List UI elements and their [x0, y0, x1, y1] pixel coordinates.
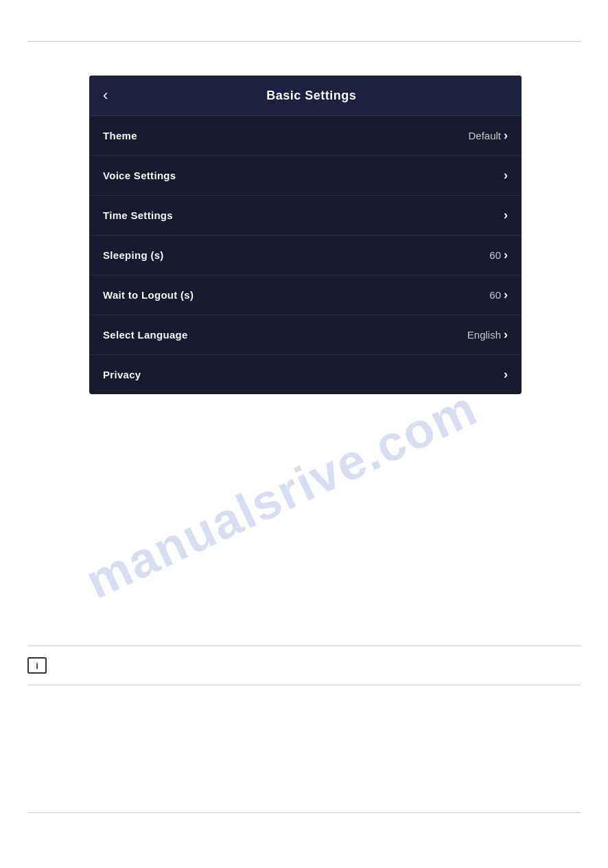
chevron-icon-time-settings: ›: [504, 208, 508, 222]
menu-item-sleeping-right: 60 ›: [489, 248, 508, 262]
chevron-icon-select-language: ›: [504, 328, 508, 342]
menu-item-select-language-value: English: [467, 329, 501, 341]
back-button[interactable]: ‹: [103, 88, 108, 103]
menu-item-privacy[interactable]: Privacy ›: [89, 355, 522, 394]
chevron-icon-theme: ›: [504, 128, 508, 143]
chevron-icon-sleeping: ›: [504, 248, 508, 262]
menu-item-privacy-label: Privacy: [103, 369, 141, 380]
device-screen: ‹ Basic Settings Theme Default › Voice S…: [89, 76, 522, 394]
watermark-text: manualsrive.com: [77, 379, 485, 610]
menu-item-sleeping[interactable]: Sleeping (s) 60 ›: [89, 236, 522, 275]
menu-item-theme-value: Default: [468, 130, 501, 141]
info-divider-top: [27, 646, 581, 646]
watermark: manualsrive.com: [110, 391, 453, 597]
menu-item-time-settings[interactable]: Time Settings ›: [89, 196, 522, 236]
menu-list: Theme Default › Voice Settings › Time Se…: [89, 116, 522, 394]
menu-item-theme-label: Theme: [103, 130, 137, 141]
chevron-icon-voice-settings: ›: [504, 168, 508, 183]
menu-item-time-settings-right: ›: [501, 208, 508, 222]
menu-item-sleeping-value: 60: [489, 249, 501, 261]
screen-title: Basic Settings: [115, 89, 508, 103]
bottom-divider: [27, 812, 581, 813]
menu-item-wait-to-logout[interactable]: Wait to Logout (s) 60 ›: [89, 275, 522, 315]
menu-item-select-language[interactable]: Select Language English ›: [89, 315, 522, 355]
info-box: i: [27, 654, 581, 676]
info-icon: i: [27, 657, 47, 674]
screen-header: ‹ Basic Settings: [89, 76, 522, 116]
menu-item-theme[interactable]: Theme Default ›: [89, 116, 522, 156]
menu-item-voice-settings-right: ›: [501, 168, 508, 183]
info-divider-bottom: [27, 685, 581, 685]
info-section: i: [27, 646, 581, 685]
menu-item-privacy-right: ›: [501, 367, 508, 382]
chevron-icon-privacy: ›: [504, 367, 508, 382]
menu-item-time-settings-label: Time Settings: [103, 209, 173, 221]
menu-item-wait-to-logout-label: Wait to Logout (s): [103, 289, 194, 301]
menu-item-sleeping-label: Sleeping (s): [103, 249, 164, 261]
top-divider: [27, 41, 581, 42]
menu-item-voice-settings-label: Voice Settings: [103, 170, 176, 181]
menu-item-select-language-right: English ›: [467, 328, 508, 342]
chevron-icon-wait-to-logout: ›: [504, 288, 508, 302]
menu-item-theme-right: Default ›: [468, 128, 508, 143]
menu-item-wait-to-logout-right: 60 ›: [489, 288, 508, 302]
menu-item-select-language-label: Select Language: [103, 329, 188, 341]
menu-item-voice-settings[interactable]: Voice Settings ›: [89, 156, 522, 196]
menu-item-wait-to-logout-value: 60: [489, 289, 501, 301]
